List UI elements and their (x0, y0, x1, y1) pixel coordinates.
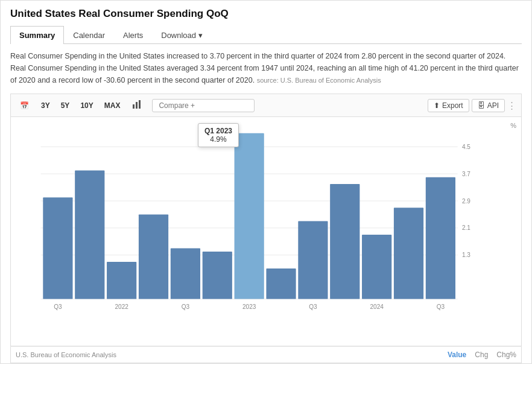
page-title: United States Real Consumer Spending QoQ (10, 8, 522, 20)
chart-area: % 1.32.12.93.74.5Q32022Q32023Q32024Q3 Q1… (10, 117, 522, 346)
svg-rect-2 (139, 100, 141, 109)
svg-text:2024: 2024 (370, 303, 384, 310)
svg-text:2.1: 2.1 (462, 224, 470, 231)
svg-rect-22 (298, 221, 328, 299)
tab-alerts[interactable]: Alerts (114, 26, 152, 44)
svg-text:3.7: 3.7 (462, 171, 470, 177)
chart-toolbar: 📅 3Y 5Y 10Y MAX ⬆ Export 🗄 API ⋮ (10, 94, 522, 117)
svg-rect-25 (394, 208, 423, 299)
footer-link-value[interactable]: Value (448, 351, 466, 359)
svg-rect-24 (362, 235, 391, 299)
footer-link-chg[interactable]: Chg (475, 351, 488, 359)
svg-text:2022: 2022 (115, 303, 128, 310)
api-btn[interactable]: 🗄 API (472, 99, 505, 112)
tab-calendar[interactable]: Calendar (64, 26, 114, 44)
footer-link-chgpct[interactable]: Chg% (496, 351, 516, 359)
compare-input[interactable] (152, 99, 255, 112)
tab-summary[interactable]: Summary (10, 26, 64, 44)
chart-type-btn[interactable] (128, 98, 147, 113)
svg-rect-14 (43, 197, 72, 299)
footer-links: Value Chg Chg% (448, 351, 516, 359)
export-icon: ⬆ (434, 101, 440, 110)
svg-text:Q3: Q3 (182, 303, 190, 310)
y-axis-unit: % (510, 122, 516, 129)
api-icon: 🗄 (478, 101, 485, 110)
footer-source: U.S. Bureau of Economic Analysis (16, 351, 116, 358)
svg-rect-0 (133, 104, 135, 109)
svg-text:Q3: Q3 (54, 303, 62, 310)
chevron-down-icon: ▾ (198, 31, 203, 40)
bar-chart-icon (132, 100, 143, 109)
svg-rect-26 (426, 177, 455, 299)
period-max[interactable]: MAX (101, 100, 124, 111)
svg-text:4.5: 4.5 (462, 144, 470, 150)
svg-rect-21 (266, 268, 296, 299)
period-3y[interactable]: 3Y (38, 100, 53, 111)
tab-bar: Summary Calendar Alerts Download ▾ (10, 26, 522, 44)
description-text: Real Consumer Spending in the United Sta… (10, 50, 522, 86)
svg-rect-18 (171, 248, 200, 299)
svg-rect-20 (235, 133, 264, 299)
calendar-btn[interactable]: 📅 (16, 100, 33, 112)
svg-text:2023: 2023 (242, 303, 256, 310)
svg-text:1.3: 1.3 (462, 252, 470, 258)
toolbar-right: ⬆ Export 🗄 API ⋮ (428, 99, 516, 112)
svg-text:Q3: Q3 (437, 303, 445, 310)
svg-text:Q3: Q3 (309, 303, 317, 310)
export-btn[interactable]: ⬆ Export (428, 99, 469, 112)
svg-rect-17 (139, 214, 168, 299)
svg-rect-16 (107, 262, 136, 299)
svg-rect-19 (203, 252, 232, 299)
chart-footer: U.S. Bureau of Economic Analysis Value C… (10, 346, 522, 363)
svg-text:2.9: 2.9 (462, 198, 470, 205)
tab-download[interactable]: Download ▾ (152, 26, 212, 44)
main-container: United States Real Consumer Spending QoQ… (0, 0, 532, 364)
period-5y[interactable]: 5Y (58, 100, 73, 111)
svg-rect-1 (136, 102, 138, 109)
bar-chart-svg: 1.32.12.93.74.5Q32022Q32023Q32024Q3 (35, 123, 491, 316)
period-10y[interactable]: 10Y (77, 100, 96, 111)
svg-rect-15 (75, 171, 104, 299)
more-options-icon[interactable]: ⋮ (507, 100, 516, 111)
svg-rect-23 (330, 184, 359, 299)
